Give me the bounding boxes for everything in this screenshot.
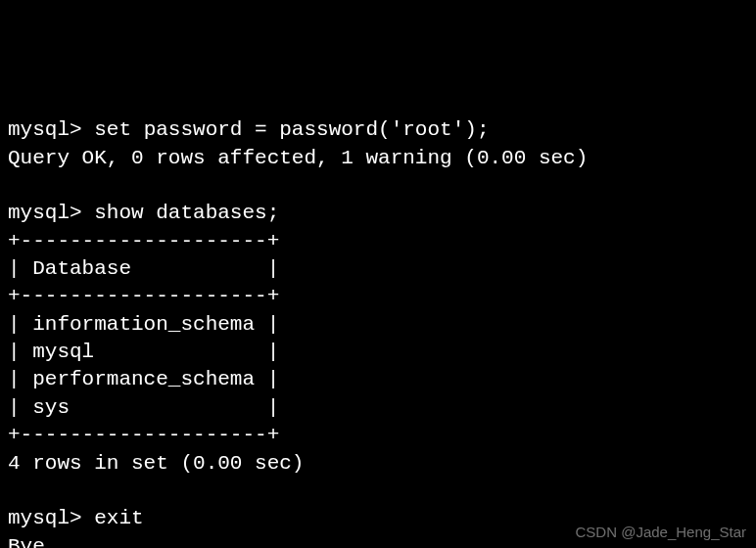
table-border: +--------------------+	[8, 285, 279, 307]
table-border: +--------------------+	[8, 230, 279, 252]
query-result: Query OK, 0 rows affected, 1 warning (0.…	[8, 147, 588, 169]
table-row: | information_schema |	[8, 313, 279, 336]
mysql-prompt: mysql>	[8, 202, 94, 224]
table-row: | mysql |	[8, 341, 279, 363]
bye-message: Bye	[8, 535, 45, 548]
command-show-databases: show databases;	[94, 202, 279, 224]
mysql-prompt: mysql>	[8, 507, 94, 529]
query-result: 4 rows in set (0.00 sec)	[8, 452, 304, 475]
table-header: | Database |	[8, 257, 279, 280]
table-border: +--------------------+	[8, 424, 279, 446]
watermark: CSDN @Jade_Heng_Star	[576, 523, 746, 542]
table-row: | sys |	[8, 396, 279, 419]
terminal-output: mysql> set password = password('root'); …	[8, 116, 748, 548]
mysql-prompt: mysql>	[8, 118, 94, 141]
command-exit: exit	[94, 507, 143, 529]
table-row: | performance_schema |	[8, 368, 279, 390]
command-set-password: set password = password('root');	[94, 118, 489, 141]
